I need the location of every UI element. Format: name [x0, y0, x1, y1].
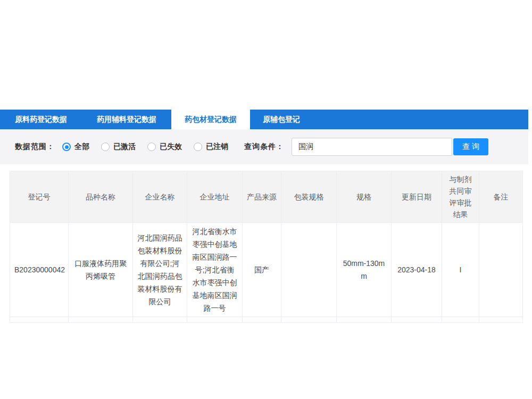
table-header-row: 登记号 品种名称 企业名称 企业地址 产品来源 包装规格 规格 更新日期 与制剂…: [10, 171, 523, 223]
query-condition-label: 查询条件：: [244, 142, 284, 152]
header-product-source: 产品来源: [243, 171, 281, 223]
tab-raw-excipient-pack-registration[interactable]: 原辅包登记: [250, 110, 313, 129]
header-spec: 规格: [337, 171, 392, 223]
radio-all-label: 全部: [74, 142, 89, 152]
cell-company-address: 河北省衡水市枣强中创基地南区国润路一号;河北省衡水市枣强中创基地南区国润路一号: [187, 223, 243, 317]
cell-spec: 50mm-130mm: [337, 223, 392, 317]
data-scope-radio-group: 全部 已激活 已失效 已注销: [62, 142, 240, 152]
cell-product-name: 口服液体药用聚丙烯吸管: [69, 223, 133, 317]
radio-cancelled-label: 已注销: [206, 142, 228, 152]
cell-registration-no: B20230000042: [10, 223, 69, 317]
radio-activated-label: 已激活: [113, 142, 136, 152]
header-company-address: 企业地址: [187, 171, 243, 223]
header-registration-no: 登记号: [10, 171, 69, 223]
radio-expired-label: 已失效: [160, 142, 182, 152]
header-product-name: 品种名称: [69, 171, 133, 223]
header-package-spec: 包装规格: [281, 171, 337, 223]
cell-update-date: 2023-04-18: [392, 223, 442, 317]
results-table-wrap: 登记号 品种名称 企业名称 企业地址 产品来源 包装规格 规格 更新日期 与制剂…: [10, 171, 522, 323]
radio-activated[interactable]: 已激活: [101, 142, 136, 152]
cell-package-spec: [281, 223, 337, 317]
header-joint-review-result: 与制剂共同审评审批结果: [442, 171, 479, 223]
results-table: 登记号 品种名称 企业名称 企业地址 产品来源 包装规格 规格 更新日期 与制剂…: [10, 171, 523, 323]
radio-expired[interactable]: 已失效: [147, 142, 182, 152]
data-scope-label: 数据范围：: [15, 142, 55, 152]
content-panel: 原料药登记数据 药用辅料登记数据 药包材登记数据 原辅包登记 数据范围： 全部 …: [0, 110, 528, 323]
header-company-name: 企业名称: [133, 171, 187, 223]
radio-selected-icon: [62, 143, 71, 151]
header-remark: 备注: [479, 171, 523, 223]
radio-unselected-icon: [147, 143, 156, 151]
radio-unselected-icon: [194, 143, 202, 151]
radio-all[interactable]: 全部: [62, 142, 89, 152]
tab-raw-material-data[interactable]: 原料药登记数据: [0, 110, 82, 129]
table-empty-stub-row: [10, 317, 523, 323]
tab-bar: 原料药登记数据 药用辅料登记数据 药包材登记数据 原辅包登记: [0, 110, 528, 129]
header-update-date: 更新日期: [392, 171, 442, 223]
cell-company-name: 河北国润药品包装材料股份有限公司;河北国润药品包装材料股份有限公司: [133, 223, 187, 317]
table-row: B20230000042 口服液体药用聚丙烯吸管 河北国润药品包装材料股份有限公…: [10, 223, 523, 317]
cell-joint-review-result: I: [442, 223, 479, 317]
page: 原料药登记数据 药用辅料登记数据 药包材登记数据 原辅包登记 数据范围： 全部 …: [0, 0, 532, 399]
filter-bar: 数据范围： 全部 已激活 已失效 已注销 查: [0, 129, 528, 164]
radio-unselected-icon: [101, 143, 110, 151]
tab-packaging-material-data[interactable]: 药包材登记数据: [171, 110, 250, 129]
query-input[interactable]: [292, 138, 452, 156]
search-button[interactable]: 查询: [453, 138, 488, 155]
cell-remark: [479, 223, 523, 317]
cell-product-source: 国产: [243, 223, 281, 317]
tab-excipient-data[interactable]: 药用辅料登记数据: [82, 110, 171, 129]
radio-cancelled[interactable]: 已注销: [194, 142, 228, 152]
